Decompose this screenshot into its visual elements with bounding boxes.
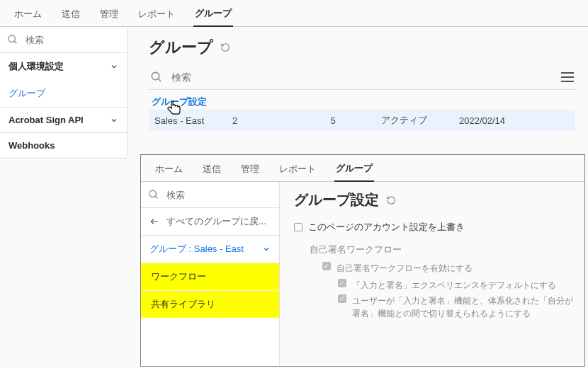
opt-label: 「入力と署名」エクスペリエンスをデフォルトにする (352, 279, 556, 292)
sidebar-item-shared-library[interactable]: 共有ライブラリ (141, 290, 279, 318)
sidebar-item-webhooks[interactable]: Webhooks (0, 133, 127, 158)
opt-label: 自己署名ワークフローを有効にする (337, 262, 473, 275)
tab-manage[interactable]: 管理 (239, 156, 261, 181)
opt-label: ユーザーが「入力と署名」機能と、体系化された「自分が署名」機能との間で切り替えら… (352, 294, 573, 320)
opt-enable-self-sign[interactable]: 自己署名ワークフローを有効にする (322, 262, 573, 275)
chevron-down-icon (110, 62, 118, 71)
top-sidebar: 個人環境設定 グループ Acrobat Sign API Webhooks (0, 27, 128, 156)
svg-line-1 (14, 41, 16, 43)
refresh-icon[interactable] (220, 42, 230, 52)
inset-main: グループ設定 このページのアカウント設定を上書き 自己署名ワークフロー 自己署名… (280, 182, 584, 366)
override-account-settings[interactable]: このページのアカウント設定を上書き (294, 221, 573, 234)
sidebar-item-label: グループ (9, 87, 45, 100)
svg-point-2 (152, 72, 159, 80)
checkbox-icon (338, 294, 346, 303)
cell-date: 2022/02/14 (453, 115, 531, 126)
checkbox-icon (338, 279, 346, 287)
svg-line-5 (155, 196, 157, 198)
checkbox-icon (294, 223, 303, 231)
opt-default-fill-sign[interactable]: 「入力と署名」エクスペリエンスをデフォルトにする (338, 279, 573, 292)
tab-groups[interactable]: グループ (193, 0, 233, 27)
page-title: グループ (149, 37, 575, 58)
back-label: すべてのグループに戻... (166, 215, 266, 228)
tab-reports[interactable]: レポート (137, 1, 176, 26)
back-to-all-groups[interactable]: すべてのグループに戻... (141, 208, 279, 235)
section-self-sign-workflow: 自己署名ワークフロー (310, 243, 573, 256)
group-table-row[interactable]: Sales - East 2 5 アクティブ 2022/02/14 (149, 110, 575, 131)
tab-send[interactable]: 送信 (201, 156, 222, 181)
menu-icon[interactable] (561, 72, 574, 82)
svg-point-0 (9, 35, 15, 42)
arrow-left-icon (149, 217, 159, 226)
inset-sidebar-search[interactable] (141, 182, 279, 207)
sidebar-item-label: Acrobat Sign API (9, 115, 84, 125)
top-main: グループ グループ設定 Sales - East 2 5 アクティブ 2022/… (128, 27, 588, 156)
inset-tab-strip: ホーム 送信 管理 レポート グループ (141, 155, 584, 182)
search-icon (7, 34, 18, 45)
sidebar-search[interactable] (0, 27, 127, 52)
cell-status: アクティブ (375, 114, 453, 127)
override-label: このページのアカウント設定を上書き (308, 221, 465, 234)
search-icon (150, 71, 163, 84)
sidebar-item-api[interactable]: Acrobat Sign API (0, 108, 127, 132)
group-selector-label: グループ : Sales - East (149, 243, 244, 255)
tab-home[interactable]: ホーム (154, 156, 184, 181)
sidebar-item-workflows[interactable]: ワークフロー (141, 263, 279, 290)
svg-point-4 (149, 190, 156, 197)
inset-window: ホーム 送信 管理 レポート グループ すべてのグループに戻... グループ :… (140, 154, 585, 367)
sidebar-item-groups[interactable]: グループ (0, 80, 127, 107)
cell-col-a: 2 (227, 115, 290, 126)
tab-manage[interactable]: 管理 (98, 1, 120, 26)
group-selector[interactable]: グループ : Sales - East (141, 236, 279, 263)
inset-search-input[interactable] (165, 189, 272, 201)
inset-page-title: グループ設定 (294, 190, 573, 209)
search-icon (148, 189, 159, 200)
refresh-icon[interactable] (386, 195, 396, 205)
cell-group-name: Sales - East (149, 115, 227, 126)
cell-col-b: 5 (290, 115, 375, 126)
inset-sidebar: すべてのグループに戻... グループ : Sales - East ワークフロー… (141, 182, 280, 366)
opt-allow-switch[interactable]: ユーザーが「入力と署名」機能と、体系化された「自分が署名」機能との間で切り替えら… (338, 294, 573, 320)
svg-line-3 (158, 79, 161, 81)
checkbox-icon (322, 262, 331, 270)
tab-home[interactable]: ホーム (13, 1, 43, 26)
inset-title-text: グループ設定 (294, 190, 379, 209)
tab-groups[interactable]: グループ (334, 155, 374, 182)
chevron-down-icon (110, 116, 118, 125)
tab-send[interactable]: 送信 (60, 1, 81, 26)
top-tab-strip: ホーム 送信 管理 レポート グループ (0, 0, 588, 27)
page-title-text: グループ (149, 37, 213, 58)
sidebar-item-label: 個人環境設定 (9, 60, 64, 73)
group-settings-link[interactable]: グループ設定 (152, 96, 207, 107)
tab-reports[interactable]: レポート (278, 156, 317, 181)
sidebar-item-personal-settings[interactable]: 個人環境設定 (0, 53, 127, 80)
group-search-bar (149, 67, 575, 90)
group-search-input[interactable] (170, 71, 312, 84)
chevron-down-icon (262, 245, 271, 253)
sidebar-item-label: Webhooks (9, 140, 55, 151)
sidebar-search-input[interactable] (24, 34, 120, 46)
